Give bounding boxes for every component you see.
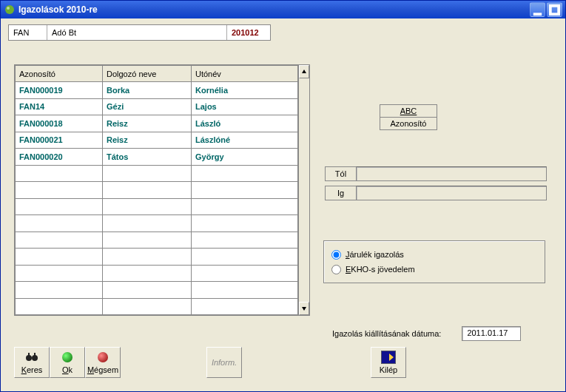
table-cell[interactable]: FAN14 [16, 98, 103, 115]
table-cell[interactable] [103, 198, 192, 215]
to-field[interactable] [356, 186, 547, 200]
table-cell[interactable]: Lajos [192, 98, 298, 115]
table-row[interactable] [16, 298, 298, 315]
svg-point-0 [5, 5, 14, 14]
grid-scrollbar[interactable] [298, 65, 309, 315]
table-cell[interactable] [103, 215, 192, 232]
table-cell[interactable] [192, 232, 298, 249]
table-row[interactable] [16, 282, 298, 299]
table-cell[interactable]: Lászlóné [192, 132, 298, 149]
table-row[interactable] [16, 198, 298, 215]
table-cell[interactable] [192, 215, 298, 232]
scroll-down-button[interactable] [299, 302, 309, 315]
minimize-button[interactable] [530, 2, 545, 17]
table-cell[interactable] [192, 182, 298, 199]
employee-grid: Azonosító Dolgozó neve Utónév FAN000019B… [14, 64, 310, 316]
cancel-icon [96, 351, 110, 364]
scroll-up-button[interactable] [299, 65, 309, 78]
app-window: Igazolások 2010-re Adó Bt 201012 Azonosí… [0, 0, 566, 392]
table-cell[interactable] [192, 298, 298, 315]
sort-id-button[interactable]: Azonosító [380, 118, 437, 129]
code-input[interactable] [13, 28, 42, 37]
table-cell[interactable]: Borka [103, 82, 192, 99]
table-row[interactable] [16, 249, 298, 266]
table-cell[interactable] [192, 165, 298, 182]
table-cell[interactable] [192, 282, 298, 299]
table-row[interactable] [16, 165, 298, 182]
company-cell: Adó Bt [47, 25, 227, 40]
table-cell[interactable]: György [192, 149, 298, 166]
table-row[interactable] [16, 232, 298, 249]
table-cell[interactable] [16, 215, 103, 232]
table-cell[interactable]: FAN000020 [16, 149, 103, 166]
col-header-surname[interactable]: Dolgozó neve [103, 66, 192, 82]
table-row[interactable]: FAN14GéziLajos [16, 98, 298, 115]
table-cell[interactable] [16, 282, 103, 299]
col-header-given[interactable]: Utónév [192, 66, 298, 82]
app-icon [4, 4, 16, 16]
radio-jarulek[interactable]: Járulék igazolás [331, 247, 537, 262]
search-button[interactable]: Keres [14, 347, 50, 378]
toolbar: Keres Ok Mégsem [14, 347, 121, 378]
table-cell[interactable] [16, 249, 103, 266]
table-cell[interactable] [103, 298, 192, 315]
table-cell[interactable] [16, 182, 103, 199]
table-cell[interactable] [103, 232, 192, 249]
issue-date-field[interactable]: 2011.01.17 [462, 326, 521, 341]
table-cell[interactable]: FAN000019 [16, 82, 103, 99]
table-cell[interactable] [103, 182, 192, 199]
svg-rect-8 [28, 353, 30, 356]
scroll-track[interactable] [299, 78, 309, 302]
table-cell[interactable] [103, 282, 192, 299]
col-header-id[interactable]: Azonosító [16, 66, 103, 82]
cancel-button[interactable]: Mégsem [85, 347, 121, 378]
employee-table[interactable]: Azonosító Dolgozó neve Utónév FAN000019B… [15, 65, 298, 315]
maximize-button[interactable] [547, 2, 562, 17]
period-cell: 201012 [227, 25, 270, 40]
table-cell[interactable]: Reisz [103, 115, 192, 132]
table-row[interactable]: FAN000019BorkaKornélia [16, 82, 298, 99]
table-cell[interactable] [16, 165, 103, 182]
svg-marker-5 [302, 307, 306, 311]
table-row[interactable]: FAN000018ReiszLászló [16, 115, 298, 132]
top-fields: Adó Bt 201012 [8, 24, 271, 41]
table-row[interactable]: FAN000021ReiszLászlóné [16, 132, 298, 149]
table-cell[interactable] [103, 265, 192, 282]
svg-marker-4 [302, 70, 306, 73]
table-cell[interactable] [103, 165, 192, 182]
table-cell[interactable] [16, 232, 103, 249]
binoculars-icon [25, 351, 38, 364]
table-cell[interactable]: Reisz [103, 132, 192, 149]
table-cell[interactable] [16, 298, 103, 315]
inform-button: Inform. [206, 347, 242, 378]
exit-button[interactable]: Kilép [371, 347, 406, 378]
ok-button[interactable]: Ok [50, 347, 85, 378]
sort-abc-button[interactable]: ABC [380, 105, 437, 118]
content-area: Adó Bt 201012 Azonosító Dolgozó neve Utó… [1, 18, 565, 391]
from-label: Tól [325, 166, 356, 181]
table-cell[interactable]: László [192, 115, 298, 132]
svg-point-1 [7, 7, 10, 10]
table-cell[interactable] [192, 198, 298, 215]
table-cell[interactable] [192, 249, 298, 266]
radio-ekho-input[interactable] [331, 265, 341, 274]
table-cell[interactable]: Kornélia [192, 82, 298, 99]
table-row[interactable] [16, 215, 298, 232]
table-row[interactable] [16, 182, 298, 199]
table-row[interactable]: FAN000020TátosGyörgy [16, 149, 298, 166]
radio-jarulek-input[interactable] [331, 250, 341, 260]
table-cell[interactable]: FAN000018 [16, 115, 103, 132]
table-cell[interactable] [16, 265, 103, 282]
ok-icon [61, 351, 74, 364]
table-cell[interactable]: FAN000021 [16, 132, 103, 149]
table-cell[interactable] [16, 198, 103, 215]
table-cell[interactable]: Tátos [103, 149, 192, 166]
code-cell[interactable] [9, 25, 47, 40]
from-field[interactable] [356, 166, 547, 181]
table-cell[interactable] [192, 265, 298, 282]
table-cell[interactable] [103, 249, 192, 266]
radio-ekho[interactable]: EKHO-s jövedelem [331, 262, 537, 277]
cert-type-group: Járulék igazolás EKHO-s jövedelem [323, 240, 545, 283]
table-cell[interactable]: Gézi [103, 98, 192, 115]
table-row[interactable] [16, 265, 298, 282]
